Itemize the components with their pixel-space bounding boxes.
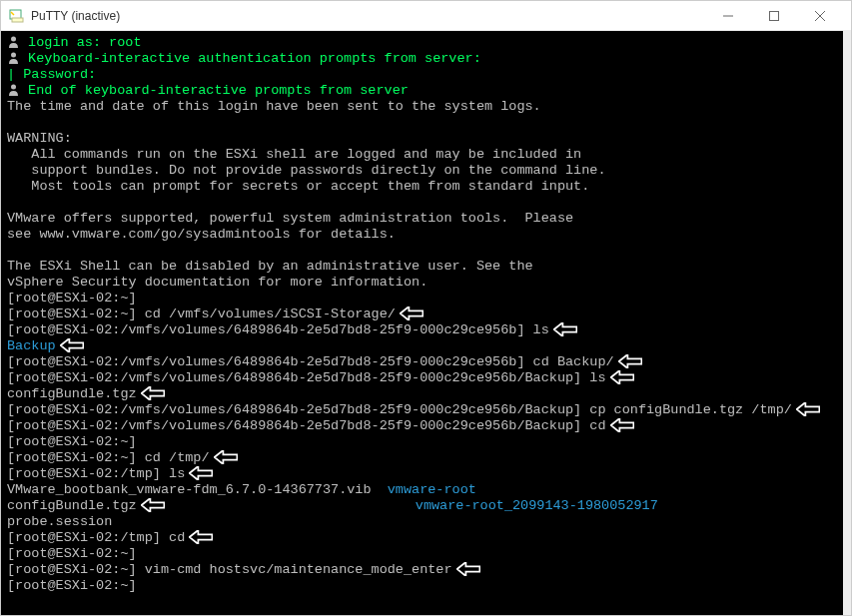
svg-marker-17 — [610, 370, 633, 384]
terminal-line: [root@ESXi-02:/vmfs/volumes/6489864b-2e5… — [7, 402, 837, 418]
terminal-text: VMware offers supported, powerful system… — [7, 211, 573, 226]
terminal-text: [root@ESXi-02:~] — [7, 546, 137, 561]
minimize-button[interactable] — [705, 1, 751, 31]
terminal-text: [root@ESXi-02:~] vim-cmd hostsvc/mainten… — [7, 562, 452, 577]
terminal-text: End of keyboard-interactive prompts from… — [20, 83, 409, 98]
svg-marker-23 — [141, 498, 164, 512]
close-button[interactable] — [797, 1, 843, 31]
annotation-arrow-icon — [189, 466, 213, 480]
terminal-line: [root@ESXi-02:~] — [7, 546, 837, 562]
terminal-line: configBundle.tgz vmware-root_2099143-198… — [7, 498, 837, 514]
window-title: PuTTY (inactive) — [31, 9, 705, 23]
annotation-arrow-icon — [60, 338, 84, 352]
terminal-text: vmware-root_2099143-1980052917 — [416, 498, 658, 513]
annotation-arrow-icon — [456, 562, 480, 576]
annotation-arrow-icon — [141, 386, 165, 400]
annotation-arrow-icon — [400, 307, 424, 320]
svg-marker-14 — [553, 322, 576, 336]
terminal-line: [root@ESXi-02:/vmfs/volumes/6489864b-2e5… — [7, 322, 837, 338]
terminal-text: Keyboard-interactive authentication prom… — [20, 51, 481, 66]
terminal-line — [7, 115, 837, 131]
terminal-text: [root@ESXi-02:~] — [7, 291, 137, 306]
svg-marker-20 — [610, 418, 633, 432]
terminal-line: [root@ESXi-02:~] vim-cmd hostsvc/mainten… — [7, 562, 837, 578]
annotation-arrow-icon — [553, 322, 577, 336]
terminal-text: [root@ESXi-02:~] — [7, 434, 137, 449]
svg-marker-19 — [796, 402, 819, 416]
terminal-text: [root@ESXi-02:~] — [7, 578, 137, 593]
svg-marker-16 — [618, 354, 641, 368]
terminal-line: [root@ESXi-02:/vmfs/volumes/6489864b-2e5… — [7, 370, 837, 386]
terminal-text: Backup — [7, 338, 56, 353]
terminal-text: The ESXi Shell can be disabled by an adm… — [7, 259, 533, 274]
terminal-line: VMware offers supported, powerful system… — [7, 211, 837, 227]
maximize-button[interactable] — [751, 1, 797, 31]
terminal-text: see www.vmware.com/go/sysadmintools for … — [7, 227, 396, 242]
terminal-line: support bundles. Do not provide password… — [7, 163, 837, 179]
terminal-text: login as: root — [20, 35, 142, 50]
svg-marker-25 — [456, 562, 479, 576]
terminal-text: [root@ESXi-02:/tmp] cd — [7, 530, 185, 545]
user-icon — [7, 35, 20, 48]
terminal-line — [7, 195, 837, 211]
terminal-line: [root@ESXi-02:~] cd /vmfs/volumes/iSCSI-… — [7, 307, 837, 322]
terminal-text: [root@ESXi-02:/vmfs/volumes/6489864b-2e5… — [7, 402, 792, 417]
terminal-line: vSphere Security documentation for more … — [7, 275, 837, 291]
terminal-text: [root@ESXi-02:/vmfs/volumes/6489864b-2e5… — [7, 322, 549, 337]
terminal-text: probe.session — [7, 514, 112, 529]
annotation-arrow-icon — [618, 354, 642, 368]
terminal-text: All commands run on the ESXi shell are l… — [7, 147, 581, 162]
terminal-text: VMware_bootbank_vmware-fdm_6.7.0-1436773… — [7, 482, 388, 497]
terminal-text: WARNING: — [7, 131, 72, 146]
svg-marker-18 — [141, 386, 164, 400]
svg-marker-15 — [60, 338, 83, 352]
terminal-text: [root@ESXi-02:~] cd /vmfs/volumes/iSCSI-… — [7, 307, 396, 321]
window-buttons — [705, 1, 843, 31]
terminal-line: [root@ESXi-02:/vmfs/volumes/6489864b-2e5… — [7, 418, 837, 434]
terminal-line: see www.vmware.com/go/sysadmintools for … — [7, 227, 837, 243]
terminal-line: [root@ESXi-02:/vmfs/volumes/6489864b-2e5… — [7, 354, 837, 370]
annotation-arrow-icon — [214, 450, 238, 464]
svg-marker-21 — [214, 450, 237, 464]
terminal-text: [root@ESXi-02:/vmfs/volumes/6489864b-2e5… — [7, 418, 606, 433]
terminal-text: configBundle.tgz — [7, 386, 137, 401]
terminal-line: [root@ESXi-02:~] — [7, 291, 837, 307]
titlebar[interactable]: PuTTY (inactive) — [1, 1, 851, 31]
terminal-line: All commands run on the ESXi shell are l… — [7, 147, 837, 163]
user-icon — [7, 51, 20, 64]
terminal-line: Most tools can prompt for secrets or acc… — [7, 179, 837, 195]
svg-rect-4 — [770, 11, 779, 20]
svg-rect-1 — [12, 18, 23, 22]
terminal-line — [7, 243, 837, 259]
terminal-line: | Password: — [7, 67, 837, 83]
terminal-line: Keyboard-interactive authentication prom… — [7, 51, 837, 67]
terminal-text — [165, 498, 416, 513]
terminal-text: The time and date of this login have bee… — [7, 99, 541, 114]
annotation-arrow-icon — [796, 402, 820, 416]
terminal-text: [root@ESXi-02:~] cd /tmp/ — [7, 450, 210, 465]
putty-icon — [9, 8, 25, 24]
annotation-arrow-icon — [610, 418, 634, 432]
terminal-text: vmware-root — [388, 482, 476, 497]
terminal-line: End of keyboard-interactive prompts from… — [7, 83, 837, 99]
annotation-arrow-icon — [141, 498, 165, 512]
terminal-text: Most tools can prompt for secrets or acc… — [7, 179, 589, 194]
terminal-text: [root@ESXi-02:/tmp] ls — [7, 466, 185, 481]
svg-point-8 — [11, 37, 16, 42]
terminal-text — [7, 115, 15, 130]
terminal-line: [root@ESXi-02:~] — [7, 434, 837, 450]
terminal-text: vSphere Security documentation for more … — [7, 275, 427, 290]
terminal-text: [root@ESXi-02:/vmfs/volumes/6489864b-2e5… — [7, 354, 614, 369]
terminal-text — [7, 243, 15, 258]
terminal-line: [root@ESXi-02:/tmp] cd — [7, 530, 837, 546]
terminal-line: login as: root — [7, 35, 837, 51]
terminal-area[interactable]: login as: root Keyboard-interactive auth… — [1, 31, 851, 615]
svg-point-10 — [11, 53, 16, 58]
terminal-text: support bundles. Do not provide password… — [7, 163, 606, 178]
svg-point-12 — [11, 85, 16, 90]
terminal-line: [root@ESXi-02:/tmp] ls — [7, 466, 837, 482]
svg-marker-22 — [190, 466, 213, 480]
terminal-text: [root@ESXi-02:/vmfs/volumes/6489864b-2e5… — [7, 370, 606, 385]
user-icon — [7, 83, 20, 96]
svg-marker-13 — [401, 307, 424, 320]
